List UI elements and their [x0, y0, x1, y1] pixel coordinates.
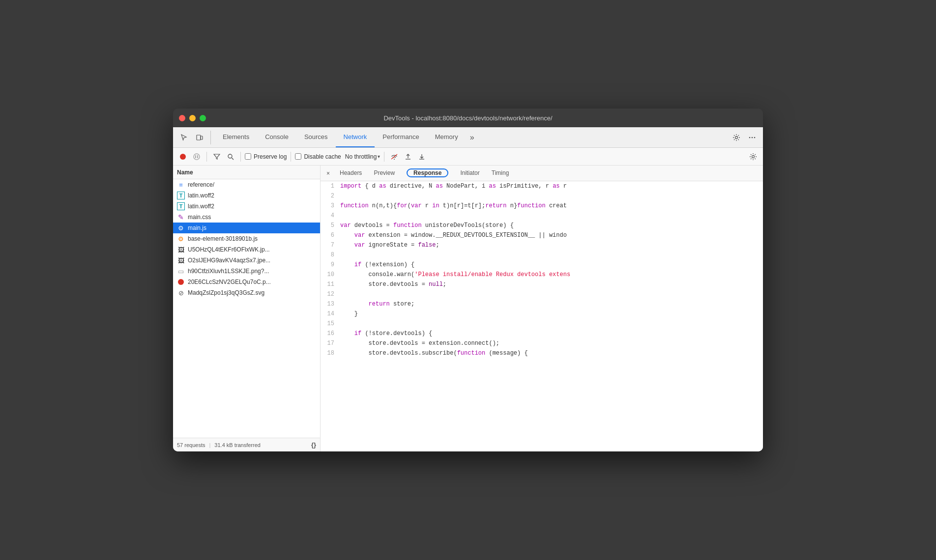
tab-network[interactable]: Network: [336, 127, 375, 147]
png-icon: ▭: [177, 267, 185, 275]
svg-point-10: [228, 154, 232, 158]
requests-count: 57 requests: [177, 442, 205, 448]
throttle-arrow-icon: ▾: [378, 154, 380, 159]
stop-button[interactable]: [191, 151, 203, 163]
list-item-selected[interactable]: ⚙ main.js: [173, 223, 320, 233]
network-toolbar: Preserve log Disable cache No throttling…: [173, 148, 763, 166]
tab-memory[interactable]: Memory: [427, 127, 466, 147]
more-options-icon[interactable]: [745, 131, 759, 144]
svg-point-13: [752, 155, 755, 158]
document-icon: ≡: [177, 181, 185, 189]
list-item[interactable]: ✎ main.css: [173, 212, 320, 223]
status-divider: |: [209, 442, 210, 448]
tab-preview[interactable]: Preview: [368, 166, 401, 181]
tab-elements[interactable]: Elements: [215, 127, 257, 147]
window-title: DevTools - localhost:8080/docs/devtools/…: [383, 114, 552, 122]
device-toggle-icon[interactable]: [193, 131, 206, 144]
code-line-2: 2: [321, 191, 763, 201]
tab-headers[interactable]: Headers: [334, 166, 368, 181]
svg-point-6: [180, 154, 186, 160]
tab-sources[interactable]: Sources: [296, 127, 336, 147]
code-line-3: 3 function n(n,t){for(var r in t)n[r]=t[…: [321, 201, 763, 211]
code-line-13: 13 return store;: [321, 299, 763, 309]
file-list-panel: Name ≡ reference/ T latin.woff2 T latin.…: [173, 166, 321, 451]
disable-cache-label[interactable]: Disable cache: [295, 153, 341, 160]
wifi-icon[interactable]: [388, 151, 400, 163]
svg-point-14: [178, 279, 184, 285]
js-icon: ⚙: [177, 235, 185, 243]
more-tabs-button[interactable]: »: [466, 133, 478, 142]
js-icon: ⚙: [177, 224, 185, 232]
devtools-icons: [177, 131, 211, 144]
maximize-button[interactable]: [200, 115, 206, 121]
image-icon: 🖼: [177, 256, 185, 264]
main-content: Name ≡ reference/ T latin.woff2 T latin.…: [173, 166, 763, 451]
toolbar-separator-3: [291, 152, 291, 162]
filter-icon[interactable]: [211, 151, 223, 163]
code-line-16: 16 if (!store.devtools) {: [321, 329, 763, 338]
code-line-10: 10 console.warn('Please install/enable R…: [321, 270, 763, 280]
close-button[interactable]: [179, 115, 185, 121]
css-icon: ✎: [177, 213, 185, 221]
search-icon[interactable]: [225, 151, 236, 163]
svg-point-5: [754, 137, 756, 138]
image-icon: 🖼: [177, 246, 185, 253]
list-item[interactable]: T latin.woff2: [173, 201, 320, 212]
code-line-4: 4: [321, 211, 763, 221]
network-settings-icon[interactable]: [747, 151, 759, 163]
cursor-icon[interactable]: [177, 131, 191, 144]
svg-point-7: [194, 154, 200, 160]
list-item[interactable]: 🖼 O2slJEHG9avKV4aqzSx7.jpe...: [173, 255, 320, 266]
code-line-14: 14 }: [321, 309, 763, 319]
list-item[interactable]: ≡ reference/: [173, 179, 320, 190]
svg-rect-0: [197, 135, 201, 140]
devtools-right-icons: [730, 131, 759, 144]
record-button[interactable]: [177, 151, 189, 163]
tab-performance[interactable]: Performance: [375, 127, 427, 147]
list-item[interactable]: T latin.woff2: [173, 190, 320, 201]
devtools-tab-bar: Elements Console Sources Network Perform…: [173, 127, 763, 148]
minimize-button[interactable]: [189, 115, 196, 121]
format-button[interactable]: {}: [311, 441, 316, 448]
svg-point-4: [752, 137, 753, 138]
tab-console[interactable]: Console: [257, 127, 296, 147]
svg-point-2: [735, 136, 738, 139]
font-icon: T: [177, 202, 185, 210]
devtools-tabs: Elements Console Sources Network Perform…: [215, 127, 730, 147]
svg-rect-1: [201, 136, 203, 140]
code-line-6: 6 var extension = window.__REDUX_DEVTOOL…: [321, 230, 763, 240]
response-tab-bar: × Headers Preview Response Initiator Tim…: [321, 166, 763, 181]
close-panel-button[interactable]: ×: [322, 166, 334, 181]
list-item[interactable]: ▭ h90CtfziXluvh1LSSKJE.png?...: [173, 266, 320, 277]
transferred-size: 31.4 kB transferred: [214, 442, 261, 448]
browser-window: DevTools - localhost:8080/docs/devtools/…: [173, 109, 763, 451]
throttle-select[interactable]: No throttling ▾: [345, 153, 380, 160]
code-line-9: 9 if (!extension) {: [321, 260, 763, 270]
list-item[interactable]: 🖼 U5OHzQL4tEKFr6OFlxWK.jp...: [173, 244, 320, 255]
media-icon: [177, 278, 185, 286]
preserve-log-label[interactable]: Preserve log: [245, 153, 287, 160]
devtools-panel: Elements Console Sources Network Perform…: [173, 127, 763, 451]
svg-point-3: [749, 137, 751, 138]
svg-line-12: [391, 154, 397, 159]
list-item[interactable]: 20E6CLcSzNV2GELQu7oC.p...: [173, 277, 320, 287]
font-icon: T: [177, 192, 185, 199]
toolbar-separator-2: [240, 152, 241, 162]
code-viewer: 1 import { d as directive, N as NodePart…: [321, 181, 763, 451]
response-panel: × Headers Preview Response Initiator Tim…: [321, 166, 763, 451]
preserve-log-checkbox[interactable]: [245, 153, 251, 160]
tab-timing[interactable]: Timing: [486, 166, 515, 181]
upload-icon[interactable]: [402, 151, 414, 163]
list-item[interactable]: ⚙ base-element-3018901b.js: [173, 233, 320, 244]
list-item[interactable]: ⊘ MadqZslZpo1sj3qQ3GsZ.svg: [173, 287, 320, 298]
file-list-header: Name: [173, 166, 320, 179]
disable-cache-checkbox[interactable]: [295, 153, 301, 160]
download-icon[interactable]: [416, 151, 428, 163]
tab-response[interactable]: Response: [401, 166, 454, 181]
status-bar: 57 requests | 31.4 kB transferred {}: [173, 438, 320, 451]
code-line-5: 5 var devtools = function unistoreDevToo…: [321, 221, 763, 230]
titlebar: DevTools - localhost:8080/docs/devtools/…: [173, 109, 763, 127]
settings-icon[interactable]: [730, 131, 743, 144]
tab-initiator[interactable]: Initiator: [454, 166, 485, 181]
code-line-12: 12: [321, 289, 763, 299]
